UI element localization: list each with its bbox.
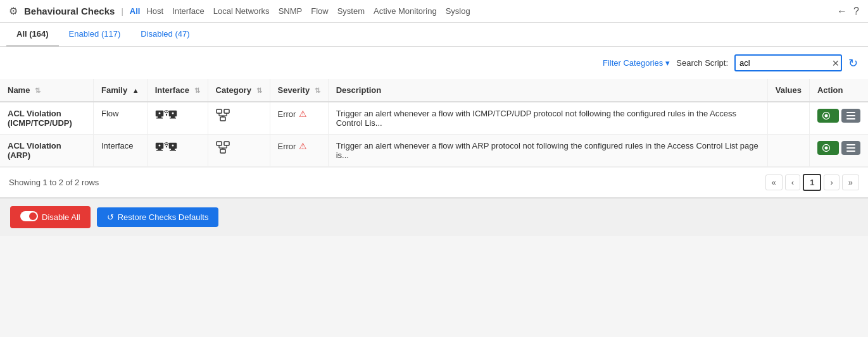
filter-categories-button[interactable]: Filter Categories ▾ <box>603 58 670 68</box>
table-row: ACL Violation(ICMP/TCP/UDP) Flow <box>0 102 868 135</box>
separator: | <box>121 6 123 16</box>
svg-rect-20 <box>846 118 855 119</box>
search-clear-button[interactable]: ✕ <box>832 58 840 68</box>
svg-rect-41 <box>846 150 855 152</box>
nav-syslog[interactable]: Syslog <box>446 6 470 16</box>
interface-sort-icon: ⇅ <box>194 87 200 94</box>
nav-links: Host Interface Local Networks SNMP Flow … <box>146 6 470 16</box>
col-values: Values <box>767 79 809 102</box>
row1-interface-icon <box>155 111 178 124</box>
bottom-bar: Disable All ↺ Restore Checks Defaults <box>0 197 868 236</box>
svg-rect-27 <box>171 149 175 150</box>
col-interface[interactable]: Interface ⇅ <box>147 79 208 102</box>
search-input-wrap: ✕ <box>734 54 842 71</box>
row1-name-text: ACL Violation(ICMP/TCP/UDP) <box>8 109 72 128</box>
row2-description-text: Trigger an alert whenever a flow with AR… <box>336 141 758 160</box>
svg-rect-39 <box>846 144 855 145</box>
col-severity-label: Severity <box>278 85 310 95</box>
search-label: Search Script: <box>676 58 728 68</box>
tab-enabled[interactable]: Enabled (117) <box>59 23 131 47</box>
restore-icon: ↺ <box>107 212 114 222</box>
col-family[interactable]: Family ▲ <box>94 79 148 102</box>
svg-point-29 <box>172 145 173 147</box>
tab-bar: All (164) Enabled (117) Disabled (47) <box>0 23 868 47</box>
col-category[interactable]: Category ⇅ <box>208 79 270 102</box>
nav-all[interactable]: All <box>130 6 141 16</box>
svg-rect-32 <box>220 149 225 153</box>
row1-category <box>208 102 270 135</box>
svg-point-8 <box>172 113 173 114</box>
nav-system[interactable]: System <box>337 6 365 16</box>
row1-action-buttons <box>817 109 860 123</box>
nav-active-monitoring[interactable]: Active Monitoring <box>374 6 437 16</box>
row1-family-text: Flow <box>101 109 118 118</box>
gear-icon: ⚙ <box>9 5 18 17</box>
name-sort-icon: ⇅ <box>35 87 41 94</box>
back-button[interactable]: ← <box>837 6 847 17</box>
pagination: « ‹ 1 › » <box>765 174 859 191</box>
col-description-label: Description <box>336 85 382 95</box>
row2-warning-icon: ⚠ <box>299 141 307 151</box>
disable-all-icon <box>20 211 38 223</box>
svg-point-17 <box>824 114 827 118</box>
row2-action <box>809 135 868 167</box>
page-next-button[interactable]: › <box>824 175 839 190</box>
refresh-button[interactable]: ↻ <box>848 56 858 70</box>
tab-disabled[interactable]: Disabled (47) <box>130 23 199 47</box>
row1-toggle-button[interactable] <box>817 109 839 123</box>
page-prev-button[interactable]: ‹ <box>785 175 800 190</box>
row1-category-icon <box>216 111 230 124</box>
nav-host[interactable]: Host <box>146 6 163 16</box>
restore-button[interactable]: ↺ Restore Checks Defaults <box>97 207 219 227</box>
svg-rect-10 <box>224 109 229 113</box>
svg-rect-6 <box>171 116 175 118</box>
search-input[interactable] <box>734 54 842 71</box>
main-content: All (164) Enabled (117) Disabled (47) Fi… <box>0 23 868 197</box>
row1-severity-text: Error <box>278 109 296 119</box>
col-severity[interactable]: Severity ⇅ <box>270 79 328 102</box>
svg-rect-31 <box>224 142 229 145</box>
col-name[interactable]: Name ⇅ <box>0 79 94 102</box>
row2-menu-button[interactable] <box>841 141 860 155</box>
top-navigation: ⚙ Behavioural Checks | All Host Interfac… <box>0 0 868 23</box>
col-name-label: Name <box>8 85 30 95</box>
category-sort-icon: ⇅ <box>256 87 262 94</box>
toggle-oval-icon <box>20 211 38 221</box>
col-category-label: Category <box>216 85 251 95</box>
disable-all-button[interactable]: Disable All <box>10 206 91 228</box>
row2-toggle-button[interactable] <box>817 141 839 155</box>
svg-point-25 <box>166 146 167 147</box>
page-1-button[interactable]: 1 <box>803 174 821 191</box>
col-family-label: Family <box>101 85 127 95</box>
help-button[interactable]: ? <box>853 6 859 17</box>
svg-point-4 <box>166 114 167 115</box>
row2-values <box>767 135 809 167</box>
row2-severity: Error ⚠ <box>270 135 328 167</box>
nav-interface[interactable]: Interface <box>172 6 204 16</box>
nav-local-networks[interactable]: Local Networks <box>213 6 270 16</box>
row1-action <box>809 102 868 135</box>
col-interface-label: Interface <box>155 85 189 95</box>
tab-all[interactable]: All (164) <box>6 23 59 47</box>
row1-severity: Error ⚠ <box>270 102 328 135</box>
row2-family: Interface <box>94 135 148 167</box>
nav-right: ← ? <box>837 6 859 17</box>
svg-point-3 <box>158 113 160 114</box>
row1-description: Trigger an alert whenever a flow with IC… <box>328 102 767 135</box>
showing-text: Showing 1 to 2 of 2 rows <box>9 178 99 187</box>
page-first-button[interactable]: « <box>765 175 783 190</box>
row2-interface-icon <box>155 144 178 156</box>
svg-rect-9 <box>217 109 222 113</box>
page-title: Behavioural Checks <box>24 6 115 16</box>
page-last-button[interactable]: » <box>842 175 859 190</box>
nav-snmp[interactable]: SNMP <box>279 6 303 16</box>
restore-label: Restore Checks Defaults <box>118 212 209 222</box>
nav-flow[interactable]: Flow <box>311 6 328 16</box>
row1-menu-button[interactable] <box>841 109 860 123</box>
svg-rect-18 <box>846 112 855 113</box>
table-row: ACL Violation (ARP) Interface <box>0 135 868 167</box>
disable-all-label: Disable All <box>42 212 80 222</box>
col-action-label: Action <box>817 85 843 95</box>
row1-interface <box>147 102 208 135</box>
filter-categories-label: Filter Categories <box>603 58 663 68</box>
